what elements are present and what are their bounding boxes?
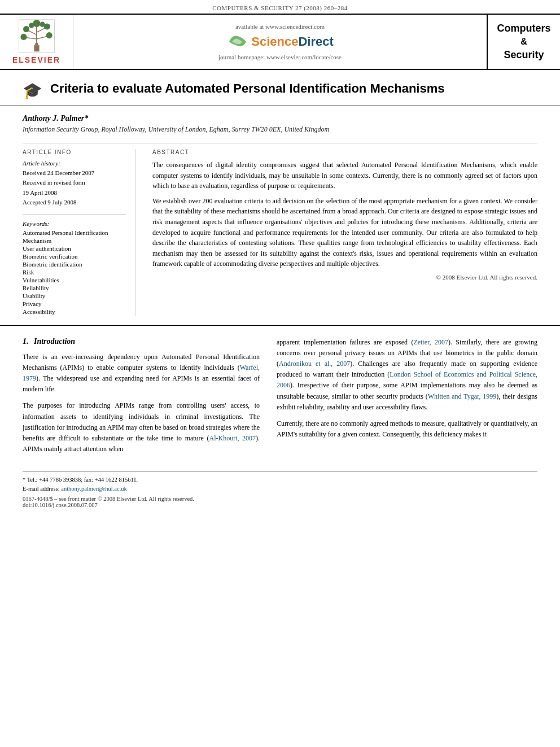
copyright: © 2008 Elsevier Ltd. All rights reserved… [152, 274, 537, 281]
elsevier-logo-area: ELSEVIER [0, 15, 73, 69]
keyword-7: Reliability [23, 285, 126, 291]
article-info-abstract: ARTICLE INFO Article history: Received 2… [0, 149, 560, 316]
email-link[interactable]: anthony.palmer@rhul.ac.uk [61, 486, 127, 492]
journal-citation: COMPUTERS & SECURITY 27 (2008) 260–284 [0, 0, 560, 14]
body-two-col: 1. Introduction There is an ever-increas… [23, 337, 537, 461]
svg-point-9 [46, 32, 52, 38]
history-item-2: 19 April 2008 [23, 189, 126, 197]
history-item-3: Accepted 9 July 2008 [23, 198, 126, 207]
issn-text: 0167-4048/$ – see front matter © 2008 El… [23, 496, 537, 502]
graduation-cap-icon: 🎓 [23, 81, 42, 100]
svg-point-13 [35, 43, 38, 46]
author-affiliation: Information Security Group, Royal Hollow… [23, 125, 537, 134]
doi-area: 0167-4048/$ – see front matter © 2008 El… [0, 493, 560, 513]
footnote-email: E-mail address: anthony.palmer@rhul.ac.u… [23, 484, 537, 493]
keyword-1: Mechanism [23, 237, 126, 244]
keyword-4: Biometric identification [23, 261, 126, 268]
intro-para-right-1: Currently, there are no commonly agreed … [277, 418, 537, 440]
keyword-3: Biometric verification [23, 253, 126, 260]
abstract-para-0: The consequences of digital identity com… [152, 160, 537, 191]
authors-section: Anthony J. Palmer* Information Security … [0, 106, 560, 137]
history-label: Article history: [23, 160, 126, 167]
section-title-text: Introduction [34, 337, 75, 346]
svg-point-11 [29, 23, 34, 28]
body-content: 1. Introduction There is an ever-increas… [0, 325, 560, 466]
article-info-heading: ARTICLE INFO [23, 149, 126, 155]
journal-homepage: journal homepage: www.elsevier.com/locat… [218, 54, 342, 60]
keywords-label: Keywords: [23, 220, 126, 227]
abstract-para-1: We establish over 200 evaluation criteri… [152, 196, 537, 269]
article-history: Article history: Received 24 December 20… [23, 160, 126, 207]
svg-point-10 [33, 20, 40, 27]
article-title: Criteria to evaluate Automated Personal … [50, 80, 444, 97]
keyword-8: Usability [23, 292, 126, 299]
elsevier-name: ELSEVIER [12, 55, 60, 64]
abstract-column: ABSTRACT The consequences of digital ide… [152, 149, 537, 316]
keyword-6: Vulnerabilities [23, 277, 126, 283]
footnote-tel: * Tel.: +44 7786 393838; fax: +44 1622 8… [23, 475, 537, 484]
svg-point-8 [20, 34, 27, 40]
intro-para-1: The purposes for introducing APIMs range… [23, 400, 260, 455]
sciencedirect-area: available at www.sciencedirect.com Scien… [73, 15, 487, 69]
keywords-section: Keywords: Automated Personal Identificat… [23, 220, 126, 315]
journal-title: Computers & Security [497, 22, 550, 62]
journal-banner: ELSEVIER available at www.sciencedirect.… [0, 14, 560, 70]
keyword-0: Automated Personal Identification [23, 229, 126, 236]
keyword-10: Accessibility [23, 308, 126, 315]
article-title-area: 🎓 Criteria to evaluate Automated Persona… [0, 70, 560, 106]
ref-whitten[interactable]: Whitten and Tygar, 1999 [428, 392, 497, 400]
svg-rect-0 [34, 45, 39, 51]
ref-warfel[interactable]: Warfel, 1979 [23, 364, 260, 382]
intro-para-right-0: apparent implementation failures are exp… [277, 337, 537, 413]
article-info-column: ARTICLE INFO Article history: Received 2… [23, 149, 135, 316]
ref-al-khouri[interactable]: Al-Khouri, 2007 [209, 434, 256, 442]
author-name: Anthony J. Palmer* [23, 114, 537, 123]
divider [23, 143, 537, 143]
intro-para-0: There is an ever-increasing dependency u… [23, 352, 260, 395]
sciencedirect-name: ScienceDirect [251, 34, 334, 49]
intro-section-title: 1. Introduction [23, 337, 260, 346]
keyword-9: Privacy [23, 300, 126, 307]
sciencedirect-leaf-icon [226, 33, 249, 50]
body-right-col: apparent implementation failures are exp… [277, 337, 537, 461]
keyword-5: Risk [23, 269, 126, 276]
footnote-area: * Tel.: +44 7786 393838; fax: +44 1622 8… [23, 471, 537, 493]
sciencedirect-logo: ScienceDirect [226, 33, 334, 50]
ref-andronikou[interactable]: Andronikou et al., 2007 [279, 360, 350, 368]
svg-point-6 [23, 26, 29, 32]
svg-point-12 [40, 22, 45, 27]
journal-title-area: Computers & Security [487, 15, 560, 69]
ref-lse[interactable]: London School of Economics and Political… [277, 370, 537, 389]
body-left-col: 1. Introduction There is an ever-increas… [23, 337, 260, 461]
elsevier-tree-icon [17, 19, 56, 53]
section-number: 1. [23, 337, 29, 346]
elsevier-logo: ELSEVIER [12, 19, 60, 64]
doi-text: doi:10.1016/j.cose.2008.07.007 [23, 502, 537, 508]
abstract-heading: ABSTRACT [152, 149, 537, 155]
ref-zetter[interactable]: Zetter, 2007 [413, 338, 448, 346]
available-text: available at www.sciencedirect.com [235, 23, 325, 30]
keyword-2: User authentication [23, 245, 126, 252]
history-item-1: Received in revised form [23, 178, 126, 187]
history-item-0: Received 24 December 2007 [23, 169, 126, 177]
